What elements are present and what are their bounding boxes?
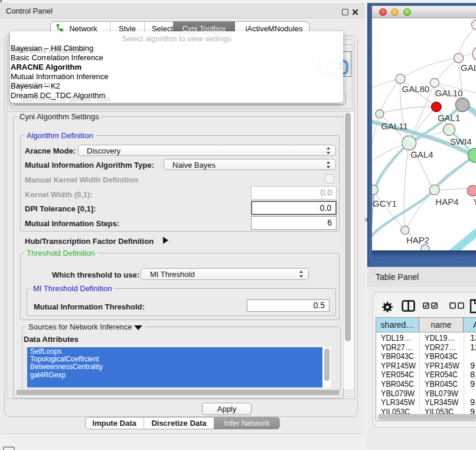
svg-text:HAP4: HAP4 bbox=[435, 197, 458, 207]
svg-text:GCY1: GCY1 bbox=[373, 198, 397, 208]
svg-text:GAL4: GAL4 bbox=[410, 149, 433, 159]
svg-text:Y: Y bbox=[473, 197, 476, 207]
svg-text:GAL7: GAL7 bbox=[461, 63, 476, 73]
svg-text:GAL80: GAL80 bbox=[402, 84, 430, 94]
svg-text:GAL10: GAL10 bbox=[435, 88, 463, 98]
svg-text:SWI4: SWI4 bbox=[450, 136, 472, 146]
svg-text:GAL11: GAL11 bbox=[381, 121, 408, 131]
svg-text:GAL1: GAL1 bbox=[438, 113, 460, 123]
svg-text:HAP2: HAP2 bbox=[406, 235, 429, 245]
